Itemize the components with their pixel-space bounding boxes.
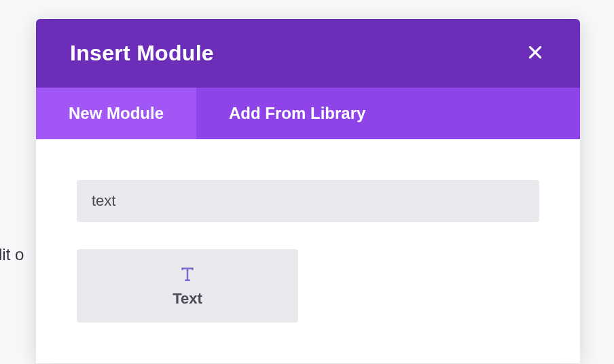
module-label: Text: [173, 290, 202, 308]
close-button[interactable]: [524, 43, 546, 65]
modal-title: Insert Module: [70, 41, 214, 66]
text-icon: [177, 264, 198, 285]
modules-grid: Text: [77, 249, 539, 323]
modal-header: Insert Module: [36, 19, 580, 88]
insert-module-modal: Insert Module New Module Add From Librar…: [36, 19, 580, 363]
modal-body: Text: [36, 139, 580, 363]
tabs: New Module Add From Library: [36, 88, 580, 139]
close-icon: [526, 43, 544, 64]
module-item-text[interactable]: Text: [77, 249, 298, 323]
tab-new-module[interactable]: New Module: [36, 88, 196, 139]
background-partial-text: dit o: [0, 245, 24, 264]
search-input[interactable]: [77, 180, 539, 222]
tab-add-from-library[interactable]: Add From Library: [196, 88, 398, 139]
